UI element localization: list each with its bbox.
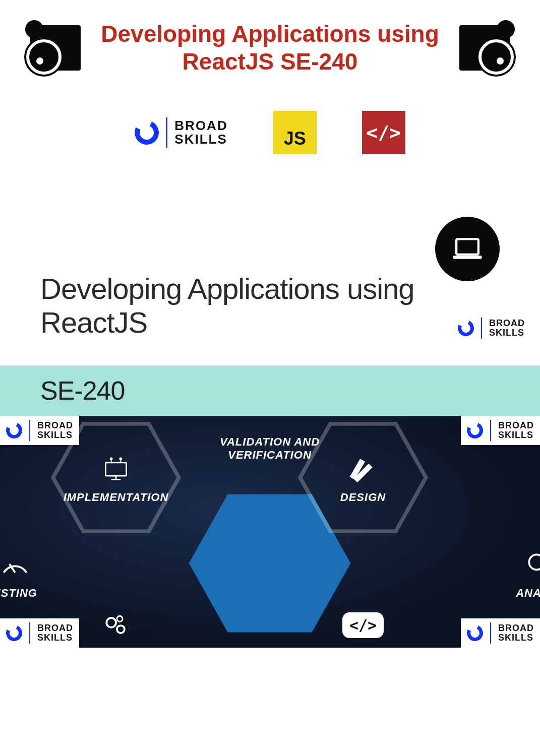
- laptop-icon: [435, 217, 500, 281]
- svg-point-17: [117, 625, 125, 633]
- brand-line1: BROAD: [174, 119, 227, 133]
- banner-title: Developing Applications using ReactJS SE…: [81, 20, 459, 76]
- hex-programming: </> PROGRAMMING: [297, 577, 429, 648]
- course-code-band: SE-240: [0, 365, 540, 416]
- mid-section: Developing Applications using ReactJS BR…: [0, 217, 540, 339]
- broadskills-logo: BROADSKILLS: [0, 618, 79, 648]
- ring-icon: [464, 420, 485, 440]
- hex-design: DESIGN: [297, 421, 429, 534]
- ring-icon: [455, 318, 476, 338]
- course-code: SE-240: [40, 375, 125, 406]
- gear-icon: [459, 25, 510, 71]
- ring-icon: [464, 622, 485, 643]
- broadskills-logo: BROAD SKILLS: [135, 117, 227, 148]
- gauge-icon: [0, 547, 33, 583]
- ring-icon: [4, 622, 24, 643]
- broadskills-logo: BROAD SKILLS: [458, 318, 525, 339]
- gear-icon: [30, 25, 81, 71]
- hero-image: SOFTWARE ENGINEERING IMPLEMENTATION VALI…: [0, 416, 540, 648]
- svg-point-16: [106, 618, 116, 627]
- logo-row: BROAD SKILLS JS </>: [0, 111, 540, 154]
- broadskills-logo: BROADSKILLS: [461, 416, 540, 445]
- ring-icon: [4, 420, 24, 440]
- broadskills-logo: BROADSKILLS: [461, 618, 540, 648]
- top-banner: Developing Applications using ReactJS SE…: [0, 20, 540, 76]
- gears-icon: [98, 608, 134, 643]
- hex-analyze: ANALYZ: [474, 517, 540, 630]
- brand-line2: SKILLS: [174, 133, 227, 146]
- code-badge: </>: [362, 111, 405, 154]
- svg-point-14: [529, 554, 540, 570]
- js-badge: JS: [273, 111, 317, 154]
- svg-marker-11: [300, 424, 426, 531]
- magnify-icon: [522, 547, 540, 583]
- broadskills-logo: BROADSKILLS: [0, 416, 79, 445]
- course-title: Developing Applications using ReactJS: [40, 272, 424, 339]
- svg-rect-0: [456, 239, 478, 255]
- svg-rect-1: [453, 256, 482, 259]
- svg-point-18: [117, 616, 123, 621]
- ring-icon: [132, 117, 163, 148]
- code-icon: </>: [345, 608, 381, 643]
